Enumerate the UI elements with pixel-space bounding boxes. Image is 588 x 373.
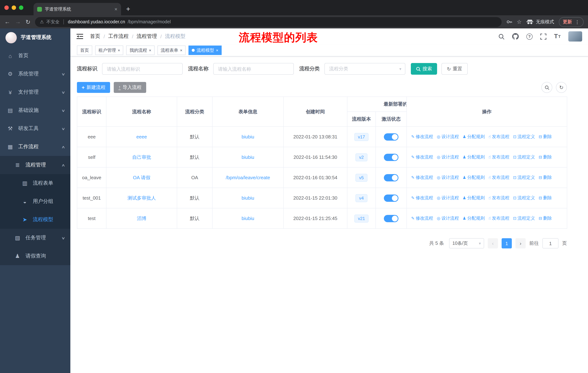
assign-rule-link[interactable]: ♟分配规则 [462, 134, 485, 139]
definition-link[interactable]: ⊡流程定义 [513, 134, 535, 139]
sidebar-item-infrastructure[interactable]: ▤基础设施∨ [0, 101, 70, 120]
sidebar-item-process-form[interactable]: ▥流程表单 [0, 174, 70, 192]
refresh-table-button[interactable]: ↻ [556, 82, 567, 93]
password-key-icon[interactable] [506, 19, 512, 25]
page-size-select[interactable]: 10条/页 ▾ [449, 238, 484, 248]
search-button[interactable]: 搜索 [411, 63, 437, 75]
modify-link[interactable]: ✎修改流程 [411, 175, 433, 180]
assign-rule-link[interactable]: ♟分配规则 [462, 216, 485, 221]
process-name-link[interactable]: OA 请假 [133, 175, 150, 180]
back-icon[interactable]: ← [4, 19, 10, 25]
modify-link[interactable]: ✎修改流程 [411, 216, 433, 221]
design-link[interactable]: ◎设计流程 [437, 154, 459, 160]
delete-link[interactable]: ⊟删除 [539, 175, 552, 180]
form-info-link[interactable]: biubiu [242, 195, 254, 201]
breadcrumb-item[interactable]: 工作流程 [108, 33, 129, 40]
breadcrumb-item[interactable]: 流程管理 [137, 33, 157, 40]
design-link[interactable]: ◎设计流程 [437, 195, 459, 200]
close-window-button[interactable] [4, 5, 9, 10]
process-name-link[interactable]: 滔博 [137, 215, 146, 221]
active-toggle[interactable] [384, 133, 399, 141]
new-tab-button[interactable]: + [126, 5, 130, 13]
page-number-button[interactable]: 1 [502, 238, 512, 248]
process-name-link[interactable]: 自己审批 [132, 154, 151, 160]
reload-icon[interactable]: ↻ [26, 18, 31, 25]
publish-link[interactable]: ☝发布流程 [488, 134, 509, 139]
prev-page-button[interactable]: ‹ [488, 238, 498, 248]
import-process-button[interactable]: ↑ 导入流程 [114, 82, 146, 93]
breadcrumb-item[interactable]: 首页 [90, 33, 100, 40]
tab-close-icon[interactable]: × [115, 6, 117, 12]
publish-link[interactable]: ☝发布流程 [488, 175, 509, 180]
sidebar-item-user-group[interactable]: ◒用户分组 [0, 192, 70, 211]
sidebar-logo[interactable]: 芋道管理系统 [0, 28, 70, 47]
publish-link[interactable]: ☝发布流程 [488, 216, 509, 221]
font-size-icon[interactable]: TT [554, 33, 561, 40]
assign-rule-link[interactable]: ♟分配规则 [462, 154, 485, 160]
view-tag[interactable]: 流程表单× [158, 46, 186, 55]
sidebar-item-leave-query[interactable]: ♟请假查询 [0, 247, 70, 265]
assign-rule-link[interactable]: ♟分配规则 [462, 195, 485, 200]
form-info-link[interactable]: biubiu [242, 216, 254, 221]
view-tag[interactable]: 首页 [77, 46, 92, 55]
zoom-window-button[interactable] [19, 5, 23, 10]
process-name-input[interactable] [213, 63, 294, 75]
sidebar-item-system-management[interactable]: ⚙系统管理∨ [0, 65, 70, 83]
delete-link[interactable]: ⊟删除 [539, 216, 552, 221]
active-toggle[interactable] [384, 174, 399, 181]
browser-menu-icon[interactable]: ⋮ [575, 19, 580, 25]
definition-link[interactable]: ⊡流程定义 [513, 175, 535, 180]
process-category-select[interactable]: 流程分类 ▾ [325, 63, 405, 75]
forward-icon[interactable]: → [15, 19, 21, 25]
definition-link[interactable]: ⊡流程定义 [513, 154, 535, 160]
form-info-link[interactable]: biubiu [242, 154, 254, 160]
assign-rule-link[interactable]: ♟分配规则 [462, 175, 485, 180]
next-page-button[interactable]: › [515, 238, 526, 248]
modify-link[interactable]: ✎修改流程 [411, 154, 433, 160]
process-key-input[interactable] [102, 63, 183, 75]
sidebar-item-process-management[interactable]: ≣流程管理∧ [0, 156, 70, 174]
publish-link[interactable]: ☝发布流程 [488, 195, 509, 200]
browser-tab[interactable]: 芋道管理系统 × [33, 3, 121, 15]
create-process-button[interactable]: + 新建流程 [77, 82, 110, 93]
form-info-link[interactable]: biubiu [242, 134, 254, 140]
sidebar-item-process-model[interactable]: ➤流程模型 [0, 211, 70, 229]
goto-page-input[interactable] [542, 238, 558, 248]
github-icon[interactable] [512, 33, 519, 40]
sidebar-fold-icon[interactable] [76, 33, 84, 39]
address-bar[interactable]: ⚠ 不安全 dashboard.yudao.iocoder.cn/bpm/man… [35, 17, 501, 27]
design-link[interactable]: ◎设计流程 [437, 175, 459, 180]
process-name-link[interactable]: eeee [136, 134, 147, 140]
tag-close-icon[interactable]: × [216, 48, 218, 52]
active-toggle[interactable] [384, 194, 399, 202]
modify-link[interactable]: ✎修改流程 [411, 134, 433, 139]
sidebar-item-task-management[interactable]: ▧任务管理∨ [0, 229, 70, 247]
publish-link[interactable]: ☝发布流程 [488, 154, 509, 160]
delete-link[interactable]: ⊟删除 [539, 154, 552, 160]
delete-link[interactable]: ⊟删除 [539, 195, 552, 200]
tag-close-icon[interactable]: × [118, 48, 120, 52]
user-avatar[interactable] [568, 31, 582, 41]
sidebar-item-workflow[interactable]: ▦工作流程∧ [0, 138, 70, 156]
help-icon[interactable]: ? [526, 33, 533, 40]
browser-update-button[interactable]: 更新 ⋮ [559, 17, 584, 27]
view-tag[interactable]: 租户管理× [95, 46, 123, 55]
active-toggle[interactable] [384, 215, 399, 222]
bookmark-star-icon[interactable]: ☆ [517, 19, 522, 25]
sidebar-item-dev-tools[interactable]: ⚒研发工具∨ [0, 120, 70, 138]
minimize-window-button[interactable] [12, 5, 16, 10]
design-link[interactable]: ◎设计流程 [437, 134, 459, 139]
process-name-link[interactable]: 测试多审批人 [127, 195, 156, 201]
fullscreen-icon[interactable] [540, 33, 546, 40]
definition-link[interactable]: ⊡流程定义 [513, 216, 535, 221]
tag-close-icon[interactable]: × [180, 48, 182, 52]
sidebar-item-home[interactable]: ⌂首页 [0, 47, 70, 65]
active-toggle[interactable] [384, 153, 399, 161]
delete-link[interactable]: ⊟删除 [539, 134, 552, 139]
definition-link[interactable]: ⊡流程定义 [513, 195, 535, 200]
toggle-search-button[interactable] [541, 82, 552, 93]
view-tag[interactable]: 流程模型× [189, 46, 222, 55]
design-link[interactable]: ◎设计流程 [437, 216, 459, 221]
reset-button[interactable]: ↻ 重置 [441, 63, 468, 75]
view-tag[interactable]: 我的流程× [126, 46, 155, 55]
